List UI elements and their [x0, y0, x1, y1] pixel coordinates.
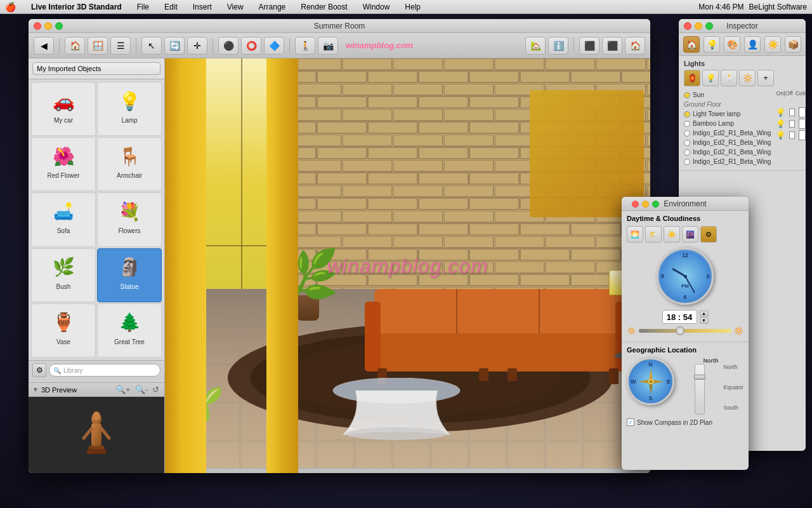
env-btn-evening[interactable]: 🌆	[682, 226, 698, 243]
env-btn-settings[interactable]: ⚙	[700, 226, 717, 243]
menu-insert[interactable]: Insert	[190, 1, 214, 13]
menu-file[interactable]: File	[134, 1, 152, 13]
env-title: Environment	[664, 199, 706, 208]
maximize-button[interactable]	[55, 22, 63, 30]
gear-button[interactable]: ⚙	[32, 363, 46, 377]
inspector-tab-box[interactable]: 📦	[785, 36, 801, 53]
menu-view[interactable]: View	[225, 1, 246, 13]
toolbar-select[interactable]: ↖	[141, 37, 162, 55]
light-item-sun[interactable]: Sun	[684, 90, 771, 100]
light-btn-4[interactable]: 🔆	[739, 70, 756, 86]
toolbar-cylinder[interactable]: ⭕	[241, 37, 261, 55]
object-item-mycar[interactable]: My car	[31, 82, 96, 136]
zoom-in-button[interactable]: 🔍+	[114, 385, 132, 394]
inspector-tab-paint[interactable]: 🎨	[724, 36, 740, 53]
toolbar-cube[interactable]: 🔷	[264, 37, 284, 55]
toolbar-back[interactable]: ◀	[34, 37, 54, 55]
time-input[interactable]: 18:54	[662, 310, 697, 324]
viewport[interactable]: 🌿 🌱 winampblog.com	[165, 58, 650, 473]
inspector-maximize-button[interactable]	[705, 22, 713, 30]
object-item-bush[interactable]: Bush	[31, 248, 96, 302]
menu-window[interactable]: Window	[360, 1, 393, 13]
light-item-indigo2[interactable]: Indigo_Ed2_R1_Beta_Wing	[684, 138, 771, 147]
onoff-checkbox-2[interactable]	[789, 120, 795, 128]
inspector-tab-figure[interactable]: 👤	[744, 36, 761, 53]
toolbar-camera[interactable]: 📷	[318, 37, 338, 55]
env-maximize-button[interactable]	[652, 201, 659, 208]
object-item-statue[interactable]: Statue	[97, 248, 162, 302]
toolbar-2d-floor[interactable]: 🏠	[65, 37, 85, 55]
color-swatch-3[interactable]	[799, 130, 806, 140]
inspector-lights-section: Lights 🏮 💡 🕯️ 🔆 + Sun Ground Floor	[679, 56, 806, 171]
menu-help[interactable]: Help	[402, 1, 423, 13]
brightness-slider[interactable]	[639, 329, 731, 333]
env-btn-noon[interactable]: ☀️	[664, 226, 680, 243]
toolbar-pan[interactable]: ✛	[187, 37, 207, 55]
menu-arrange[interactable]: Arrange	[256, 1, 289, 13]
color-swatch-2[interactable]	[799, 119, 806, 129]
light-item-tower[interactable]: Light Tower lamp	[684, 109, 771, 119]
env-traffic-lights	[627, 201, 664, 208]
object-item-redflower[interactable]: Red Flower	[31, 137, 96, 191]
env-btn-dawn[interactable]: 🌅	[627, 226, 643, 243]
lat-thumb[interactable]	[694, 375, 705, 380]
refresh-button[interactable]: ↺	[151, 385, 160, 394]
object-item-greattree[interactable]: Great Tree	[97, 304, 162, 358]
inspector-close-button[interactable]	[684, 22, 691, 30]
light-item-indigo1[interactable]: Indigo_Ed2_R1_Beta_Wing	[684, 128, 771, 138]
toolbar-info[interactable]: ℹ️	[548, 37, 568, 55]
latitude-label: North	[678, 358, 743, 364]
onoff-checkbox-3[interactable]	[789, 131, 795, 139]
toolbar-house[interactable]: 🏡	[525, 37, 546, 55]
lat-slider[interactable]	[695, 364, 705, 415]
light-item-indigo3[interactable]: Indigo_Ed2_R1_Beta_Wing	[684, 147, 771, 157]
viewport-scrollbar[interactable]	[165, 468, 650, 473]
color-swatch-1[interactable]	[799, 107, 806, 117]
apple-menu[interactable]: 🍎	[5, 2, 16, 12]
menu-edit[interactable]: Edit	[162, 1, 180, 13]
object-thumb-redflower	[44, 140, 82, 172]
svg-line-2	[84, 429, 91, 438]
env-btn-morning[interactable]: 🌤️	[645, 226, 662, 243]
slider-thumb[interactable]	[676, 326, 684, 335]
toolbar-3d-view[interactable]: 🪟	[88, 37, 108, 55]
toolbar-sphere[interactable]: ⚫	[218, 37, 239, 55]
inspector-tab-house[interactable]: 🏠	[683, 36, 700, 53]
object-item-vase[interactable]: Vase	[31, 304, 96, 358]
light-btn-1[interactable]: 🏮	[684, 70, 700, 86]
preview-header[interactable]: ▼ 3D Preview 🔍+ 🔍- ↺	[29, 383, 164, 397]
close-button[interactable]	[34, 22, 41, 30]
menu-render[interactable]: Render Boost	[298, 1, 350, 13]
object-item-lamp[interactable]: Lamp	[97, 82, 162, 136]
inspector-minimize-button[interactable]	[695, 22, 702, 30]
time-step-down[interactable]: ▼	[700, 318, 709, 324]
light-btn-2[interactable]: 💡	[702, 70, 719, 86]
light-btn-add[interactable]: +	[757, 70, 774, 86]
toolbar-view1[interactable]: ⬛	[579, 37, 599, 55]
toolbar-orbit[interactable]: 🔄	[164, 37, 185, 55]
light-item-indigo4[interactable]: Indigo_Ed2_R1_Beta_Wing	[684, 157, 771, 166]
toolbar-figure[interactable]: 🚶	[295, 37, 315, 55]
light-btn-3[interactable]: 🕯️	[721, 70, 737, 86]
env-minimize-button[interactable]	[642, 201, 649, 208]
light-item-bamboo[interactable]: Bamboo Lamp	[684, 119, 771, 128]
inspector-tab-sun[interactable]: ☀️	[764, 36, 781, 53]
search-bar[interactable]: 🔍 Library	[49, 364, 160, 377]
zoom-out-button[interactable]: 🔍-	[134, 385, 149, 394]
onoff-checkbox-1[interactable]	[789, 109, 795, 116]
inspector-tab-light[interactable]: 💡	[704, 36, 720, 53]
light-group-floor: Ground Floor	[684, 100, 771, 109]
object-item-sofa[interactable]: Sofa	[31, 192, 96, 246]
object-item-flowers[interactable]: Flowers	[97, 192, 162, 246]
toolbar-view2[interactable]: ⬛	[602, 37, 622, 55]
toolbar-home-view[interactable]: 🏠	[625, 37, 645, 55]
minimize-button[interactable]	[44, 22, 52, 30]
show-compass-checkbox[interactable]: ✓	[627, 418, 634, 426]
env-close-button[interactable]	[632, 201, 639, 208]
time-step-up[interactable]: ▲	[700, 311, 709, 317]
compass[interactable]: N S E W	[627, 358, 674, 405]
toolbar-list[interactable]: ☰	[110, 37, 131, 55]
app-name[interactable]: Live Interior 3D Standard	[29, 1, 124, 13]
object-item-armchair[interactable]: Armchair	[97, 137, 162, 191]
objects-dropdown[interactable]: My Imported Objects	[32, 62, 160, 75]
